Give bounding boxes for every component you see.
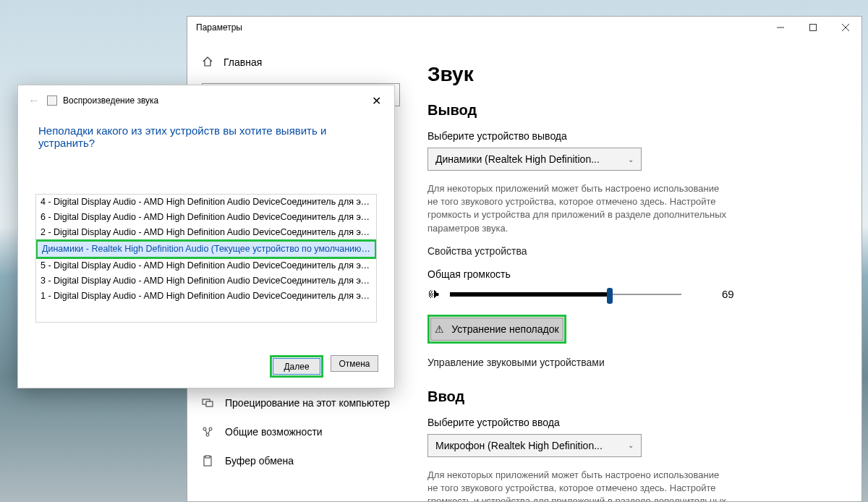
sidebar-home[interactable]: Главная xyxy=(187,48,414,76)
window-title: Параметры xyxy=(196,22,242,33)
back-icon[interactable]: ← xyxy=(28,94,40,107)
input-select-label: Выберите устройство ввода xyxy=(427,417,835,428)
sidebar-item-label: Буфер обмена xyxy=(225,455,294,467)
close-button[interactable] xyxy=(829,17,861,38)
sidebar-home-label: Главная xyxy=(224,56,262,68)
sidebar-item-clipboard[interactable]: Буфер обмена xyxy=(187,446,414,475)
input-device-value: Микрофон (Realtek High Definition... xyxy=(435,440,603,451)
project-icon xyxy=(202,397,213,409)
svg-rect-8 xyxy=(206,401,213,407)
sidebar-item-shared[interactable]: Общие возможности xyxy=(187,417,414,446)
next-button[interactable]: Далее xyxy=(273,358,320,375)
svg-point-9 xyxy=(203,427,206,430)
warning-icon: ⚠ xyxy=(435,323,444,335)
troubleshoot-label: Устранение неполадок xyxy=(451,323,558,335)
input-description: Для некоторых приложений может быть наст… xyxy=(427,469,731,501)
dialog-icon xyxy=(47,95,57,106)
maximize-button[interactable] xyxy=(796,17,829,38)
volume-value: 69 xyxy=(722,288,734,300)
next-highlight: Далее xyxy=(270,355,323,378)
sidebar-item-projecting[interactable]: Проецирование на этот компьютер xyxy=(187,388,414,417)
next-label: Далее xyxy=(284,362,309,372)
troubleshooter-dialog: ← Воспроизведение звука ✕ Неполадки како… xyxy=(17,85,395,388)
shared-icon xyxy=(202,426,213,438)
sidebar-item-label: Проецирование на этот компьютер xyxy=(225,397,390,409)
list-item[interactable]: 5 - Digital Display Audio - AMD High Def… xyxy=(36,258,376,273)
output-device-dropdown[interactable]: Динамики (Realtek High Definition... ⌄ xyxy=(427,148,642,171)
sidebar-item-label: Общие возможности xyxy=(225,426,323,438)
troubleshoot-button[interactable]: ⚠ Устранение неполадок xyxy=(430,318,563,341)
page-title: Звук xyxy=(427,63,835,86)
list-item[interactable]: 4 - Digital Display Audio - AMD High Def… xyxy=(36,195,376,210)
device-list[interactable]: 4 - Digital Display Audio - AMD High Def… xyxy=(35,194,377,323)
troubleshoot-highlight: ⚠ Устранение неполадок xyxy=(427,315,566,344)
clipboard-icon xyxy=(202,455,213,467)
speaker-icon: 🕪 xyxy=(427,287,440,302)
list-item[interactable]: 3 - Digital Display Audio - AMD High Def… xyxy=(36,273,376,289)
output-select-label: Выберите устройство вывода xyxy=(427,130,835,142)
volume-label: Общая громкость xyxy=(427,268,835,280)
output-heading: Вывод xyxy=(427,102,835,119)
volume-slider[interactable] xyxy=(450,286,681,303)
svg-rect-13 xyxy=(205,456,210,458)
list-item[interactable]: 2 - Digital Display Audio - AMD High Def… xyxy=(36,225,376,240)
output-description: Для некоторых приложений может быть наст… xyxy=(427,182,731,235)
content: Звук Вывод Выберите устройство вывода Ди… xyxy=(414,38,861,501)
svg-point-11 xyxy=(206,433,209,436)
svg-point-10 xyxy=(209,427,212,430)
chevron-down-icon: ⌄ xyxy=(628,156,634,163)
list-item[interactable]: 1 - Digital Display Audio - AMD High Def… xyxy=(36,289,376,304)
cancel-button[interactable]: Отмена xyxy=(331,355,378,372)
input-device-dropdown[interactable]: Микрофон (Realtek High Definition... ⌄ xyxy=(427,434,642,457)
manage-devices-link[interactable]: Управление звуковыми устройствами xyxy=(427,357,835,368)
selected-highlight: Динамики - Realtek High Definition Audio… xyxy=(35,239,377,259)
list-item[interactable]: 6 - Digital Display Audio - AMD High Def… xyxy=(36,210,376,225)
device-properties-link[interactable]: Свойства устройства xyxy=(427,245,835,257)
dialog-title: Воспроизведение звука xyxy=(63,95,365,106)
chevron-down-icon: ⌄ xyxy=(628,441,634,449)
output-device-value: Динамики (Realtek High Definition... xyxy=(435,153,600,165)
list-item-selected[interactable]: Динамики - Realtek High Definition Audio… xyxy=(38,242,375,257)
titlebar: Параметры xyxy=(187,17,861,38)
dialog-close-button[interactable]: ✕ xyxy=(365,90,387,111)
svg-rect-1 xyxy=(809,25,816,31)
dialog-question: Неполадки какого из этих устройств вы хо… xyxy=(18,116,394,149)
cancel-label: Отмена xyxy=(339,359,370,369)
home-icon xyxy=(202,56,213,69)
minimize-button[interactable] xyxy=(764,17,796,38)
input-heading: Ввод xyxy=(427,388,835,405)
